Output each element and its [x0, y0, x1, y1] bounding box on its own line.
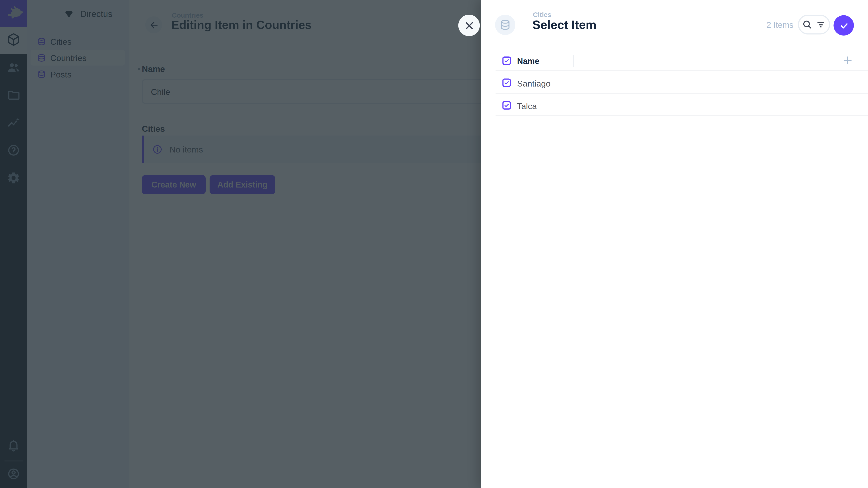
plus-icon: [842, 54, 854, 67]
drawer-collection-label: Cities: [533, 11, 552, 19]
check-icon: [838, 20, 850, 31]
items-count: 2 Items: [767, 20, 794, 29]
select-all-checkbox[interactable]: [502, 57, 511, 65]
column-resize-handle[interactable]: [573, 55, 574, 67]
add-column-button[interactable]: [842, 54, 854, 67]
directus-app: Directus Cities Countries Posts Countrie…: [0, 0, 868, 488]
close-drawer-button[interactable]: [458, 15, 480, 36]
close-icon: [463, 20, 475, 31]
table-header-divider: [496, 70, 868, 71]
search-filter-pill: [798, 15, 830, 35]
search-icon[interactable]: [802, 19, 813, 30]
check-icon: [504, 58, 510, 64]
row-name-cell[interactable]: Talca: [517, 101, 537, 111]
row-divider: [496, 115, 868, 116]
check-icon: [504, 102, 510, 109]
drawer-title: Select Item: [532, 18, 596, 32]
check-icon: [504, 80, 510, 86]
column-header-name[interactable]: Name: [517, 57, 539, 66]
row-checkbox[interactable]: [502, 101, 511, 110]
confirm-selection-button[interactable]: [834, 15, 854, 36]
row-checkbox[interactable]: [502, 78, 511, 87]
collection-icon-circle: [495, 15, 515, 35]
database-icon: [500, 19, 511, 31]
select-item-drawer: Cities Select Item 2 Items Name Santiago: [481, 0, 868, 488]
filter-icon[interactable]: [815, 19, 827, 30]
row-divider: [496, 93, 868, 94]
row-name-cell[interactable]: Santiago: [517, 78, 551, 88]
